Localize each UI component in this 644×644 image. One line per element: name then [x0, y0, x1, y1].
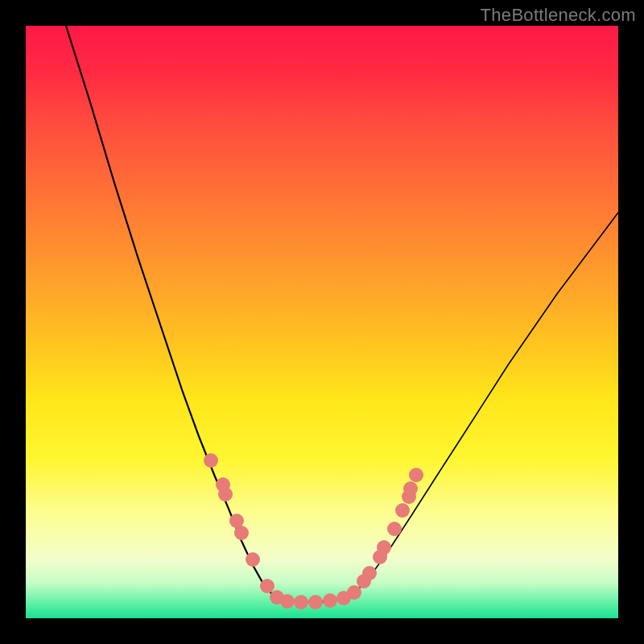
- curve-right-branch: [348, 213, 618, 597]
- highlight-dot: [294, 595, 308, 609]
- highlight-dot: [395, 503, 410, 518]
- highlight-dot: [377, 540, 391, 555]
- chart-svg: [26, 26, 618, 618]
- highlight-dots: [204, 453, 423, 609]
- highlight-dot: [260, 579, 275, 593]
- highlight-dot: [280, 594, 295, 609]
- chart-frame: TheBottleneck.com: [0, 0, 644, 644]
- highlight-dot: [246, 552, 260, 567]
- curve-left-branch: [66, 26, 282, 599]
- highlight-dot: [347, 585, 361, 600]
- highlight-dot: [387, 522, 402, 536]
- highlight-dot: [218, 487, 233, 502]
- plot-area: [26, 26, 618, 618]
- highlight-dot: [403, 481, 418, 496]
- highlight-dot: [409, 468, 423, 482]
- highlight-dot: [234, 526, 249, 540]
- watermark-text: TheBottleneck.com: [481, 5, 636, 26]
- highlight-dot: [204, 453, 218, 468]
- highlight-dot: [362, 566, 377, 580]
- highlight-dot: [323, 593, 337, 608]
- highlight-dot: [308, 595, 323, 609]
